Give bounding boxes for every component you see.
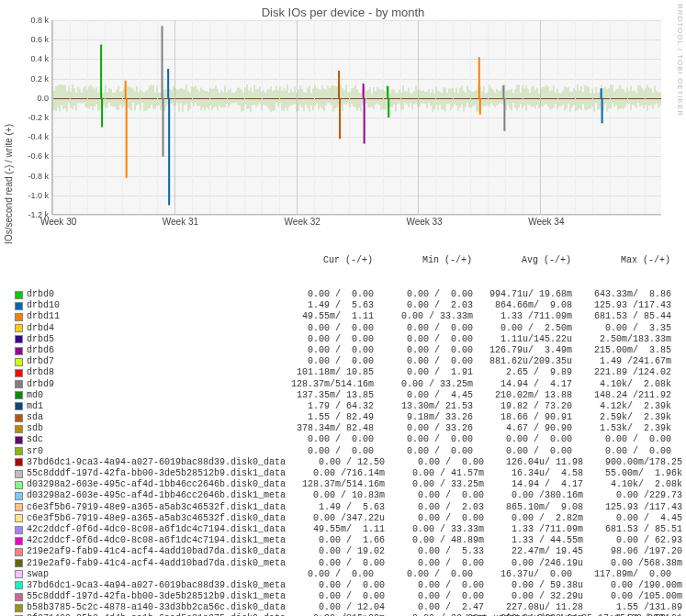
legend-text: md1 1.79 / 64.32 13.30m/ 21.53 19.82 / 7… bbox=[27, 401, 671, 412]
legend-swatch bbox=[15, 481, 23, 489]
legend-swatch bbox=[15, 414, 23, 422]
legend-text: drbd4 0.00 / 0.00 0.00 / 0.00 0.00 / 2.5… bbox=[27, 323, 671, 334]
legend-swatch bbox=[15, 492, 23, 500]
legend-text: 37bd6dc1-9ca3-4a94-a027-6019bac88d39.dis… bbox=[27, 457, 682, 468]
legend-text: 55c8dddf-197d-42fa-bb00-3de5b28512b9.dis… bbox=[27, 591, 682, 602]
legend-row: drbd5 0.00 / 0.00 0.00 / 0.00 1.11u/145.… bbox=[15, 334, 672, 345]
legend-text: drbd5 0.00 / 0.00 0.00 / 0.00 1.11u/145.… bbox=[27, 334, 671, 345]
legend-row: drbd7 0.00 / 0.00 0.00 / 0.00 881.62u/20… bbox=[15, 356, 672, 367]
legend-swatch bbox=[15, 559, 23, 567]
x-tick: Week 34 bbox=[528, 217, 564, 227]
y-tick: 0.6 k bbox=[17, 35, 49, 44]
legend-row: md1 1.79 / 64.32 13.30m/ 21.53 19.82 / 7… bbox=[15, 401, 672, 412]
y-tick: -1.0 k bbox=[17, 191, 49, 200]
y-tick: -0.2 k bbox=[17, 113, 49, 122]
legend-text: 219e2af9-fab9-41c4-acf4-4add10bad7da.dis… bbox=[27, 558, 682, 569]
legend-swatch bbox=[15, 503, 23, 511]
legend-text: drbd0 0.00 / 0.00 0.00 / 0.00 994.71u/ 1… bbox=[27, 289, 671, 300]
legend-text: drbd10 1.49 / 5.63 0.00 / 2.03 864.66m/ … bbox=[27, 300, 671, 311]
legend-swatch bbox=[15, 526, 23, 534]
legend-text: sda 1.55 / 82.49 9.18m/ 33.26 18.66 / 90… bbox=[27, 412, 671, 423]
legend-swatch bbox=[15, 537, 23, 545]
legend-row: md0 137.35m/ 13.85 0.00 / 4.45 210.02m/ … bbox=[15, 390, 672, 401]
y-axis-label: IOs/second read (-) / write (+) bbox=[4, 124, 14, 244]
legend-row: 219e2af9-fab9-41c4-acf4-4add10bad7da.dis… bbox=[15, 546, 672, 557]
y-tick: 0.4 k bbox=[17, 54, 49, 63]
plot-area: 0.8 k0.6 k0.4 k0.2 k0.0-0.2 k-0.4 k-0.6 … bbox=[51, 20, 661, 215]
legend-row: 219e2af9-fab9-41c4-acf4-4add10bad7da.dis… bbox=[15, 558, 672, 569]
legend-text: d03298a2-603e-495c-af4d-1bb46cc2646b.dis… bbox=[27, 490, 682, 501]
legend-text: 42c2ddcf-0f6d-4dc0-8c08-a6f1dc4c7194.dis… bbox=[27, 535, 682, 546]
legend-swatch bbox=[15, 324, 23, 332]
legend-row: sdc 0.00 / 0.00 0.00 / 0.00 0.00 / 0.00 … bbox=[15, 434, 672, 445]
legend-row: sdb 378.34m/ 82.48 0.00 / 33.26 4.67 / 9… bbox=[15, 423, 672, 434]
y-tick: 0.2 k bbox=[17, 74, 49, 84]
legend: Cur (-/+) Min (-/+) Avg (-/+) Max (-/+) … bbox=[15, 233, 672, 616]
x-tick: Week 31 bbox=[163, 217, 198, 227]
legend-row: sda 1.55 / 82.49 9.18m/ 33.26 18.66 / 90… bbox=[15, 412, 672, 423]
legend-swatch bbox=[15, 391, 23, 399]
legend-swatch bbox=[15, 604, 23, 612]
legend-swatch bbox=[15, 369, 23, 377]
legend-row: 55c8dddf-197d-42fa-bb00-3de5b28512b9.dis… bbox=[15, 468, 672, 479]
legend-text: 219e2af9-fab9-41c4-acf4-4add10bad7da.dis… bbox=[27, 546, 682, 557]
legend-text: c6e3f5b6-7919-48e9-a365-a5ab3c46532f.dis… bbox=[27, 502, 682, 513]
y-tick: 0.8 k bbox=[17, 16, 49, 25]
legend-row: 55c8dddf-197d-42fa-bb00-3de5b28512b9.dis… bbox=[15, 591, 672, 602]
legend-row: 42c2ddcf-0f6d-4dc0-8c08-a6f1dc4c7194.dis… bbox=[15, 535, 672, 546]
legend-swatch bbox=[15, 581, 23, 589]
legend-row: drbd4 0.00 / 0.00 0.00 / 0.00 0.00 / 2.5… bbox=[15, 323, 672, 334]
y-tick: -0.6 k bbox=[17, 151, 49, 161]
legend-text: 37bd6dc1-9ca3-4a94-a027-6019bac88d39.dis… bbox=[27, 580, 682, 591]
legend-row: drbd9 128.37m/514.16m 0.00 / 33.25m 14.9… bbox=[15, 379, 672, 390]
legend-swatch bbox=[15, 425, 23, 433]
legend-text: b58b3785-5c2c-4878-a140-33d3bb2ca56c.dis… bbox=[27, 602, 682, 613]
legend-swatch bbox=[15, 291, 23, 299]
legend-row: c6e3f5b6-7919-48e9-a365-a5ab3c46532f.dis… bbox=[15, 513, 672, 524]
legend-swatch bbox=[15, 447, 23, 455]
legend-swatch bbox=[15, 313, 23, 321]
legend-text: md0 137.35m/ 13.85 0.00 / 4.45 210.02m/ … bbox=[27, 390, 671, 401]
legend-row: swap 0.00 / 0.00 0.00 / 0.00 16.37u/ 0.0… bbox=[15, 569, 672, 580]
legend-swatch bbox=[15, 380, 23, 388]
legend-swatch bbox=[15, 514, 23, 522]
legend-swatch bbox=[15, 335, 23, 343]
legend-row: d03298a2-603e-495c-af4d-1bb46cc2646b.dis… bbox=[15, 479, 672, 490]
legend-text: sdb 378.34m/ 82.48 0.00 / 33.26 4.67 / 9… bbox=[27, 423, 671, 434]
legend-text: drbd8 101.18m/ 10.85 0.00 / 1.91 2.65 / … bbox=[27, 367, 671, 378]
legend-row: 37bd6dc1-9ca3-4a94-a027-6019bac88d39.dis… bbox=[15, 457, 672, 468]
legend-text: sdc 0.00 / 0.00 0.00 / 0.00 0.00 / 0.00 … bbox=[27, 434, 671, 445]
y-tick: -0.4 k bbox=[17, 132, 49, 141]
legend-text: drbd6 0.00 / 0.00 0.00 / 0.00 126.79u/ 3… bbox=[27, 345, 671, 356]
legend-swatch bbox=[15, 358, 23, 366]
legend-text: d03298a2-603e-495c-af4d-1bb46cc2646b.dis… bbox=[27, 479, 682, 490]
legend-text: drbd9 128.37m/514.16m 0.00 / 33.25m 14.9… bbox=[27, 379, 671, 390]
legend-swatch bbox=[15, 593, 23, 601]
y-tick: -0.8 k bbox=[17, 172, 49, 181]
rrdtool-credit: RRDTOOL / TOBI OETIKER bbox=[676, 4, 684, 117]
legend-swatch bbox=[15, 436, 23, 444]
legend-text: 42c2ddcf-0f6d-4dc0-8c08-a6f1dc4c7194.dis… bbox=[27, 524, 682, 535]
x-tick: Week 33 bbox=[406, 217, 442, 227]
legend-swatch bbox=[15, 548, 23, 556]
legend-row: 37bd6dc1-9ca3-4a94-a027-6019bac88d39.dis… bbox=[15, 580, 672, 591]
legend-row: 42c2ddcf-0f6d-4dc0-8c08-a6f1dc4c7194.dis… bbox=[15, 524, 672, 535]
legend-swatch bbox=[15, 302, 23, 310]
legend-swatch bbox=[15, 458, 23, 466]
legend-swatch bbox=[15, 347, 23, 355]
x-tick: Week 32 bbox=[285, 217, 321, 227]
legend-text: 55c8dddf-197d-42fa-bb00-3de5b28512b9.dis… bbox=[27, 468, 682, 479]
legend-row: drbd10 1.49 / 5.63 0.00 / 2.03 864.66m/ … bbox=[15, 300, 672, 311]
legend-text: drbd11 49.55m/ 1.11 0.00 / 33.33m 1.33 /… bbox=[27, 311, 671, 322]
legend-row: drbd0 0.00 / 0.00 0.00 / 0.00 994.71u/ 1… bbox=[15, 289, 672, 300]
legend-row: drbd11 49.55m/ 1.11 0.00 / 33.33m 1.33 /… bbox=[15, 311, 672, 322]
legend-text: sr0 0.00 / 0.00 0.00 / 0.00 0.00 / 0.00 … bbox=[27, 446, 671, 457]
legend-row: drbd6 0.00 / 0.00 0.00 / 0.00 126.79u/ 3… bbox=[15, 345, 672, 356]
legend-text: c6e3f5b6-7919-48e9-a365-a5ab3c46532f.dis… bbox=[27, 513, 682, 524]
legend-row: sr0 0.00 / 0.00 0.00 / 0.00 0.00 / 0.00 … bbox=[15, 446, 672, 457]
x-tick: Week 30 bbox=[40, 217, 76, 227]
legend-swatch bbox=[15, 570, 23, 578]
legend-row: d03298a2-603e-495c-af4d-1bb46cc2646b.dis… bbox=[15, 490, 672, 501]
legend-text: swap 0.00 / 0.00 0.00 / 0.00 16.37u/ 0.0… bbox=[27, 569, 671, 580]
legend-row: b58b3785-5c2c-4878-a140-33d3bb2ca56c.dis… bbox=[15, 602, 672, 613]
